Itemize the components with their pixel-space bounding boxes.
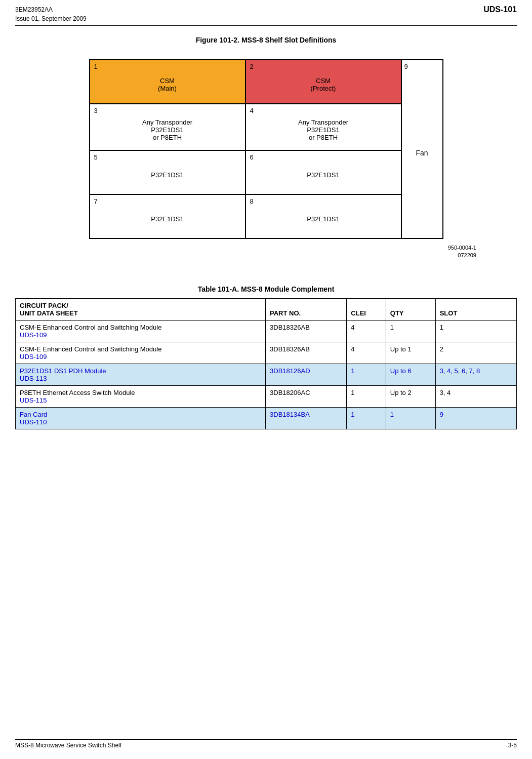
module-complement-table: CIRCUIT PACK/UNIT DATA SHEET PART NO. CL… <box>15 298 517 429</box>
ref-line1: 950-0004-1 <box>15 244 476 252</box>
shelf-row-2: 3 Any TransponderP32E1DS1or P8ETH 4 Any … <box>90 104 401 151</box>
slot-5-label: P32E1DS1 <box>151 171 183 179</box>
row5-circuit-label: Fan Card <box>20 411 47 418</box>
table-row: Fan Card UDS-110 3DB18134BA 1 1 9 <box>16 407 517 429</box>
col-header-clei: CLEI <box>347 298 386 320</box>
slot-7-number: 7 <box>94 197 98 205</box>
slot-5-number: 5 <box>94 153 98 161</box>
row1-part-no: 3DB18326AB <box>266 320 347 342</box>
row3-part-no: 3DB18126AD <box>266 364 347 385</box>
row1-slot: 1 <box>435 320 516 342</box>
shelf-diagram: 1 CSM(Main) 2 CSM(Protect) 3 Any Transpo… <box>15 59 517 239</box>
slot-8-label: P32E1DS1 <box>307 215 339 223</box>
col-header-qty: QTY <box>386 298 435 320</box>
footer-left: MSS-8 Microwave Service Switch Shelf <box>15 742 121 749</box>
figure-title: Figure 101-2. MSS-8 Shelf Slot Definitio… <box>15 36 517 44</box>
slot-1-number: 1 <box>94 63 98 70</box>
slot-5-cell: 5 P32E1DS1 <box>90 151 246 194</box>
row3-qty: Up to 6 <box>386 364 435 385</box>
footer: MSS-8 Microwave Service Switch Shelf 3-5 <box>15 739 517 749</box>
table-row: P32E1DS1 DS1 PDH Module UDS-113 3DB18126… <box>16 364 517 385</box>
row2-qty: Up to 1 <box>386 342 435 364</box>
row5-qty: 1 <box>386 407 435 429</box>
row2-part-no: 3DB18326AB <box>266 342 347 364</box>
row3-clei: 1 <box>347 364 386 385</box>
row4-circuit-pack: P8ETH Ethernet Access Switch Module UDS-… <box>16 385 266 407</box>
table-row: CSM-E Enhanced Control and Switching Mod… <box>16 320 517 342</box>
slot-3-cell: 3 Any TransponderP32E1DS1or P8ETH <box>90 104 246 150</box>
row5-clei: 1 <box>347 407 386 429</box>
slot-6-number: 6 <box>250 153 254 161</box>
header-left: 3EM23952AA Issue 01, September 2009 <box>15 5 87 23</box>
row4-qty: Up to 2 <box>386 385 435 407</box>
row4-part-no: 3DB18206AC <box>266 385 347 407</box>
footer-right: 3-5 <box>508 742 517 749</box>
col-header-slot: SLOT <box>435 298 516 320</box>
shelf-row-3: 5 P32E1DS1 6 P32E1DS1 <box>90 151 401 195</box>
ref-line2: 072209 <box>15 252 476 259</box>
slot-7-cell: 7 P32E1DS1 <box>90 195 246 238</box>
doc-number: 3EM23952AA <box>15 5 87 14</box>
row3-slot: 3, 4, 5, 6, 7, 8 <box>435 364 516 385</box>
slot-3-number: 3 <box>94 107 98 114</box>
row2-uds-link[interactable]: UDS-109 <box>20 353 47 361</box>
row2-slot: 2 <box>435 342 516 364</box>
row1-circuit-pack: CSM-E Enhanced Control and Switching Mod… <box>16 320 266 342</box>
shelf-box: 1 CSM(Main) 2 CSM(Protect) 3 Any Transpo… <box>89 59 443 239</box>
row4-slot: 3, 4 <box>435 385 516 407</box>
shelf-left-section: 1 CSM(Main) 2 CSM(Protect) 3 Any Transpo… <box>90 60 402 238</box>
row3-circuit-label: P32E1DS1 DS1 PDH Module <box>20 367 106 375</box>
col-header-part-no: PART NO. <box>266 298 347 320</box>
slot-2-label: CSM(Protect) <box>311 77 336 92</box>
row2-clei: 4 <box>347 342 386 364</box>
slot-2-number: 2 <box>250 63 254 70</box>
shelf-row-4: 7 P32E1DS1 8 P32E1DS1 <box>90 195 401 238</box>
page: 3EM23952AA Issue 01, September 2009 UDS-… <box>0 0 532 759</box>
slot-1-cell: 1 CSM(Main) <box>90 60 246 103</box>
shelf-row-1: 1 CSM(Main) 2 CSM(Protect) <box>90 60 401 104</box>
table-row: CSM-E Enhanced Control and Switching Mod… <box>16 342 517 364</box>
header: 3EM23952AA Issue 01, September 2009 UDS-… <box>15 5 517 26</box>
ref-number: 950-0004-1 072209 <box>15 244 476 260</box>
col-header-circuit-pack: CIRCUIT PACK/UNIT DATA SHEET <box>16 298 266 320</box>
row1-clei: 4 <box>347 320 386 342</box>
slot-1-label: CSM(Main) <box>158 77 177 92</box>
slot-9-cell: 9 Fan <box>402 60 442 238</box>
row5-slot: 9 <box>435 407 516 429</box>
slot-4-cell: 4 Any TransponderP32E1DS1or P8ETH <box>246 104 401 150</box>
row3-circuit-pack: P32E1DS1 DS1 PDH Module UDS-113 <box>16 364 266 385</box>
row3-uds-link[interactable]: UDS-113 <box>20 375 47 382</box>
slot-4-label: Any TransponderP32E1DS1or P8ETH <box>298 118 348 141</box>
row2-circuit-pack: CSM-E Enhanced Control and Switching Mod… <box>16 342 266 364</box>
row4-uds-link[interactable]: UDS-115 <box>20 396 47 404</box>
doc-title: UDS-101 <box>483 5 517 14</box>
slot-9-number: 9 <box>404 63 408 70</box>
row1-qty: 1 <box>386 320 435 342</box>
slot-8-cell: 8 P32E1DS1 <box>246 195 401 238</box>
slot-8-number: 8 <box>250 197 254 205</box>
slot-2-cell: 2 CSM(Protect) <box>246 60 401 103</box>
slot-9-label: Fan <box>416 70 428 235</box>
slot-7-label: P32E1DS1 <box>151 215 183 223</box>
slot-6-label: P32E1DS1 <box>307 171 339 179</box>
issue: Issue 01, September 2009 <box>15 14 87 23</box>
slot-4-number: 4 <box>250 107 254 114</box>
slot-3-label: Any TransponderP32E1DS1or P8ETH <box>142 118 192 141</box>
row5-circuit-pack: Fan Card UDS-110 <box>16 407 266 429</box>
shelf-rows: 1 CSM(Main) 2 CSM(Protect) 3 Any Transpo… <box>90 60 442 238</box>
row4-clei: 1 <box>347 385 386 407</box>
row5-part-no: 3DB18134BA <box>266 407 347 429</box>
table-header-row: CIRCUIT PACK/UNIT DATA SHEET PART NO. CL… <box>16 298 517 320</box>
row1-uds-link[interactable]: UDS-109 <box>20 331 47 339</box>
table-title: Table 101-A. MSS-8 Module Complement <box>15 285 517 293</box>
row5-uds-link[interactable]: UDS-110 <box>20 418 47 426</box>
slot-6-cell: 6 P32E1DS1 <box>246 151 401 194</box>
table-row: P8ETH Ethernet Access Switch Module UDS-… <box>16 385 517 407</box>
